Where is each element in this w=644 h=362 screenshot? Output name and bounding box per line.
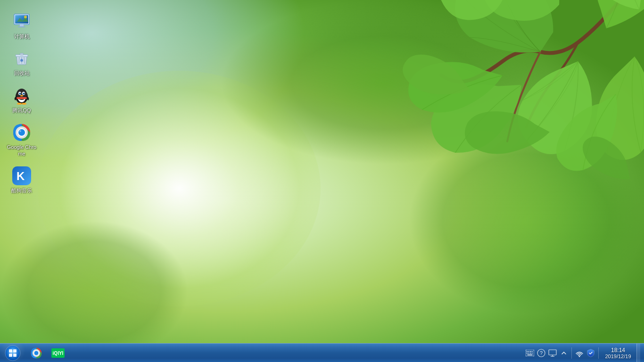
svg-point-6 [24,16,27,18]
recycle-bin-icon [12,49,31,68]
kugou-icon: K [12,166,31,185]
chrome-icon [12,123,31,142]
svg-point-29 [18,129,25,136]
svg-rect-47 [530,351,531,352]
svg-point-23 [17,103,22,105]
taskbar-chrome[interactable] [26,344,47,362]
svg-text:iQIYI: iQIYI [53,351,64,356]
svg-rect-49 [527,353,528,354]
chrome-icon-label: Google Chrome [7,144,37,157]
clock[interactable]: 18:14 2019/12/19 [602,344,635,362]
svg-point-41 [34,351,39,355]
computer-icon [12,12,31,31]
svg-rect-48 [532,351,533,352]
svg-rect-56 [549,350,556,355]
tray-help-icon[interactable]: ? [537,348,546,358]
svg-rect-46 [528,351,529,352]
desktop: 计算机 [0,0,644,362]
bokeh3 [220,0,550,165]
tray-keyboard-icon[interactable] [525,348,535,358]
svg-rect-3 [20,25,24,26]
tray-network-icon[interactable] [575,348,584,358]
svg-text:K: K [17,170,25,182]
taskbar-iqiyi-icon: iQIYI [51,347,65,359]
svg-rect-37 [13,354,17,357]
svg-point-20 [24,93,25,94]
taskbar-iqiyi[interactable]: iQIYI [48,344,68,362]
svg-rect-22 [17,97,27,99]
start-button[interactable] [0,344,25,362]
svg-rect-45 [527,351,528,352]
svg-point-21 [20,95,23,96]
desktop-icon-chrome[interactable]: Google Chrome [5,120,39,160]
svg-rect-36 [9,354,12,357]
tray-chevron-up-icon[interactable] [559,348,569,358]
tray-separator [571,347,572,359]
bokeh1 [0,221,189,362]
show-desktop-button[interactable] [636,344,640,362]
svg-point-24 [22,103,26,105]
svg-text:?: ? [540,350,543,356]
desktop-icon-kugou[interactable]: K 酷狗音乐 [5,164,39,197]
system-tray: ? [525,344,644,362]
svg-point-59 [579,355,580,357]
svg-point-33 [5,346,20,361]
svg-rect-8 [20,53,24,55]
svg-rect-50 [528,353,529,354]
qq-icon [12,86,31,105]
clock-time: 18:14 [611,347,625,354]
kugou-icon-label: 酷狗音乐 [11,187,32,194]
computer-icon-label: 计算机 [14,33,30,40]
desktop-icon-qq[interactable]: 腾讯QQ [5,83,39,116]
svg-rect-35 [13,349,17,353]
taskbar-chrome-icon [31,347,42,359]
tray-shield-icon[interactable] [586,348,595,358]
desktop-icon-recycle-bin[interactable]: 回收站 [5,46,39,79]
svg-point-30 [19,130,21,132]
svg-rect-34 [9,349,12,353]
recycle-bin-icon-label: 回收站 [14,70,30,76]
svg-rect-4 [18,26,25,27]
start-orb-icon [5,345,21,361]
svg-point-19 [20,93,21,94]
svg-rect-52 [532,353,533,354]
desktop-icon-computer[interactable]: 计算机 [5,9,39,42]
svg-rect-53 [528,354,533,355]
tray-display-icon[interactable] [548,348,557,358]
clock-date: 2019/12/19 [605,354,631,359]
desktop-icons: 计算机 [0,5,43,202]
qq-icon-label: 腾讯QQ [12,107,31,114]
svg-rect-51 [530,353,531,354]
taskbar: iQIYI [0,343,644,362]
tray-separator-2 [598,347,599,359]
